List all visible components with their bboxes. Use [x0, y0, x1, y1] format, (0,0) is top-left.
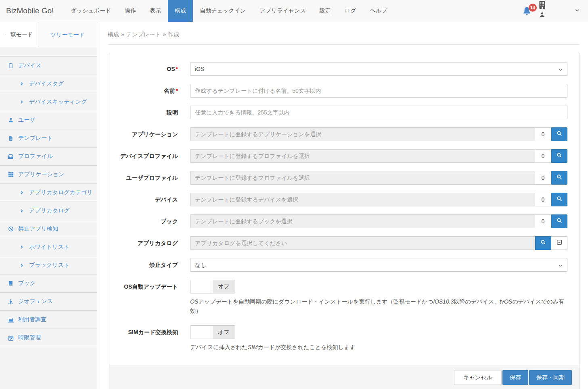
template-create-form-panel: OS* iOS 名前* 説明 — [109, 53, 580, 389]
street-view-icon — [7, 299, 14, 305]
sidebar-item-app-catalog[interactable]: アプリカタログ — [0, 202, 97, 220]
user-profile-search-button[interactable] — [551, 171, 567, 185]
device-profile-search-button[interactable] — [551, 149, 567, 163]
app-catalog-search-button[interactable] — [535, 236, 551, 250]
search-icon — [557, 196, 562, 203]
sidebar-item-whitelist[interactable]: ホワイトリスト — [0, 238, 97, 256]
grid-icon — [7, 172, 14, 177]
sidebar-item-devices[interactable]: デバイス — [0, 57, 97, 75]
device-search-button[interactable] — [551, 193, 567, 206]
sidebar-item-templates[interactable]: テンプレート — [0, 129, 97, 148]
tab-list-mode[interactable]: 一覧モード — [0, 22, 38, 47]
search-icon — [557, 174, 562, 181]
save-button[interactable]: 保存 — [502, 370, 528, 385]
user-profile-count: 0 — [535, 171, 551, 185]
sidebar-item-blacklist[interactable]: ブラックリスト — [0, 256, 97, 275]
nav-item-dashboard[interactable]: ダッシュボード — [64, 0, 118, 22]
book-icon — [7, 281, 14, 286]
cancel-button[interactable]: キャンセル — [454, 370, 502, 385]
device-profile-label: デバイスプロファイル — [120, 153, 178, 159]
form-row-os: OS* iOS — [115, 62, 567, 76]
form-row-sim-swap: SIMカード交換検知 オフ デバイスに挿入されたSIMカードが交換されたことを検… — [115, 325, 567, 352]
book-label: ブック — [161, 218, 178, 225]
book-search-button[interactable] — [551, 214, 567, 228]
sidebar-item-profiles[interactable]: プロファイル — [0, 148, 97, 166]
toggle-off-label: オフ — [213, 280, 235, 293]
sidebar-item-geofence[interactable]: ジオフェンス — [0, 293, 97, 311]
sim-swap-toggle[interactable]: オフ — [190, 325, 235, 339]
sidebar-item-books[interactable]: ブック — [0, 275, 97, 293]
form-row-app-catalog: アプリカタログ — [115, 236, 567, 250]
minus-square-icon — [557, 239, 562, 247]
name-input[interactable] — [190, 84, 567, 98]
nav-item-operations[interactable]: 操作 — [118, 0, 143, 22]
description-input[interactable] — [190, 106, 567, 119]
app-catalog-clear-button[interactable] — [551, 236, 567, 250]
search-icon — [557, 218, 562, 225]
application-label: アプリケーション — [132, 131, 178, 137]
sidebar-item-prohibited-app-detection[interactable]: 禁止アプリ検知 — [0, 220, 97, 238]
search-icon — [557, 152, 562, 160]
sidebar-item-device-tags[interactable]: デバイスタグ — [0, 75, 97, 93]
device-input — [190, 193, 535, 206]
sidebar-item-device-kitting[interactable]: デバイスキッティング — [0, 93, 97, 111]
save-sync-button[interactable]: 保存・同期 — [529, 370, 572, 385]
chevron-right-icon — [18, 245, 25, 250]
file-icon — [7, 135, 14, 141]
book-input — [190, 214, 535, 228]
calendar-check-icon — [7, 335, 14, 341]
sim-swap-label: SIMカード交換検知 — [128, 329, 178, 335]
ban-icon — [7, 226, 14, 232]
device-label: デバイス — [155, 196, 178, 203]
ban-type-select[interactable]: なし — [190, 258, 567, 272]
breadcrumb-separator: » — [163, 31, 166, 37]
chevron-right-icon — [18, 190, 25, 195]
sidebar-item-time-limit-management[interactable]: 時限管理 — [0, 329, 97, 347]
os-auto-update-toggle[interactable]: オフ — [190, 280, 235, 293]
os-select[interactable]: iOS — [190, 62, 567, 76]
sidebar-item-user-survey[interactable]: 利用者調査 — [0, 311, 97, 329]
account-menu[interactable] — [539, 1, 546, 19]
breadcrumb-separator: » — [121, 31, 124, 37]
nav-item-log[interactable]: ログ — [338, 0, 363, 22]
chevron-right-icon — [18, 263, 25, 268]
sidebar-item-users[interactable]: ユーザ — [0, 111, 97, 129]
toggle-off-label: オフ — [213, 326, 235, 339]
form-footer: キャンセル 保存 保存・同期 — [109, 365, 580, 389]
search-icon — [557, 131, 562, 138]
form-row-user-profile: ユーザプロファイル 0 — [115, 171, 567, 185]
nav-item-settings[interactable]: 設定 — [313, 0, 338, 22]
nav-item-configuration[interactable]: 構成 — [168, 0, 193, 22]
nav-item-help[interactable]: ヘルプ — [363, 0, 394, 22]
tab-tree-mode[interactable]: ツリーモード — [38, 22, 97, 47]
nav-item-auto-checkin[interactable]: 自動チェックイン — [193, 0, 253, 22]
notification-badge: 14 — [529, 4, 537, 12]
required-asterisk: * — [176, 87, 178, 94]
breadcrumb-configuration[interactable]: 構成 — [108, 31, 119, 37]
nav-item-app-license[interactable]: アプリライセンス — [253, 0, 313, 22]
form-row-book: ブック 0 — [115, 214, 567, 228]
book-count: 0 — [535, 214, 551, 228]
sidebar-menu: デバイス デバイスタグ デバイスキッティング ユーザ テンプレート プロファイル — [0, 56, 97, 347]
breadcrumb-template[interactable]: テンプレート — [126, 31, 161, 37]
form-row-device: デバイス 0 — [115, 193, 567, 206]
top-navbar: BizMobile Go! ダッシュボード 操作 表示 構成 自動チェックイン … — [0, 0, 588, 22]
sidebar-mode-tabs: 一覧モード ツリーモード — [0, 22, 97, 47]
toggle-knob — [190, 280, 213, 293]
form-row-device-profile: デバイスプロファイル 0 — [115, 149, 567, 163]
user-icon — [7, 117, 14, 123]
application-search-button[interactable] — [551, 127, 567, 141]
description-label: 説明 — [167, 109, 178, 116]
sidebar-item-applications[interactable]: アプリケーション — [0, 166, 97, 184]
sidebar-item-app-catalog-categories[interactable]: アプリカタログカテゴリ — [0, 184, 97, 202]
topbar-right: 14 — [522, 0, 588, 22]
notifications-button[interactable]: 14 — [522, 6, 532, 16]
brand-logo[interactable]: BizMobile Go! — [0, 0, 64, 22]
breadcrumb: 構成»テンプレート»作成 — [108, 31, 580, 38]
required-asterisk: * — [176, 66, 178, 72]
user-icon — [539, 12, 545, 19]
chevron-down-icon[interactable] — [575, 7, 580, 15]
nav-item-display[interactable]: 表示 — [143, 0, 168, 22]
user-profile-input — [190, 171, 535, 185]
chevron-right-icon — [18, 208, 25, 213]
